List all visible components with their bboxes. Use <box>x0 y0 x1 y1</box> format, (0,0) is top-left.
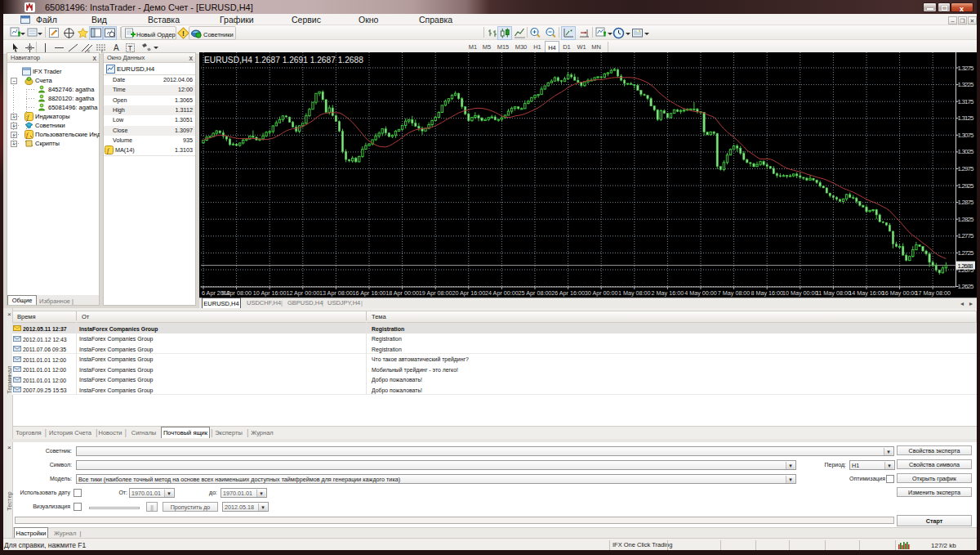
svg-text:10 Apr 16:00: 10 Apr 16:00 <box>253 289 287 297</box>
svg-text:8 May 16:00: 8 May 16:00 <box>751 289 783 297</box>
svg-text:12 Apr 00:00: 12 Apr 00:00 <box>286 289 319 297</box>
svg-text:13 Apr 08:00: 13 Apr 08:00 <box>319 289 353 297</box>
svg-text:11 May 08:00: 11 May 08:00 <box>816 289 851 297</box>
svg-text:14 May 16:00: 14 May 16:00 <box>849 289 884 297</box>
svg-text:1.3275: 1.3275 <box>958 65 975 72</box>
svg-text:4 May 00:00: 4 May 00:00 <box>684 289 717 297</box>
svg-text:16 Apr 16:00: 16 Apr 16:00 <box>353 289 386 297</box>
svg-text:1 May 08:00: 1 May 08:00 <box>618 289 651 297</box>
svg-text:1.2625: 1.2625 <box>958 283 975 290</box>
svg-text:7 May 08:00: 7 May 08:00 <box>718 289 751 297</box>
svg-text:1.2688: 1.2688 <box>958 262 973 270</box>
svg-text:20 Apr 16:00: 20 Apr 16:00 <box>452 289 485 297</box>
svg-text:1.3025: 1.3025 <box>958 148 975 155</box>
svg-text:24 Apr 00:00: 24 Apr 00:00 <box>485 289 519 297</box>
svg-text:1.2725: 1.2725 <box>958 249 975 257</box>
svg-text:10 May 00:00: 10 May 00:00 <box>782 289 818 297</box>
svg-text:1.3125: 1.3125 <box>958 114 975 122</box>
svg-text:2 May 16:00: 2 May 16:00 <box>652 289 684 297</box>
svg-text:1.2975: 1.2975 <box>958 165 975 172</box>
svg-text:1.2825: 1.2825 <box>958 216 975 223</box>
svg-text:26 Apr 16:00: 26 Apr 16:00 <box>551 289 585 297</box>
svg-text:1.2875: 1.2875 <box>958 199 975 206</box>
svg-text:T: T <box>128 44 133 52</box>
svg-text:1.3225: 1.3225 <box>958 81 975 88</box>
svg-text:19 Apr 08:00: 19 Apr 08:00 <box>419 289 452 297</box>
svg-text:9 Apr 08:00: 9 Apr 08:00 <box>221 289 252 297</box>
svg-text:17 May 08:00: 17 May 08:00 <box>915 289 951 297</box>
svg-text:25 Apr 08:00: 25 Apr 08:00 <box>519 289 552 297</box>
svg-text:1.2775: 1.2775 <box>958 232 975 239</box>
svg-text:16 May 00:00: 16 May 00:00 <box>882 289 918 297</box>
svg-text:A: A <box>114 43 119 52</box>
svg-text:1.3075: 1.3075 <box>958 132 975 139</box>
svg-text:!: ! <box>182 29 185 38</box>
svg-text:18 Apr 00:00: 18 Apr 00:00 <box>385 289 419 297</box>
svg-text:30 Apr 00:00: 30 Apr 00:00 <box>585 289 618 297</box>
svg-text:1.3175: 1.3175 <box>958 98 975 105</box>
svg-text:1.2925: 1.2925 <box>958 182 975 190</box>
svg-text:EURUSD,H4 1.2687 1.2691 1.268: EURUSD,H4 1.2687 1.2691 1.2687 1.2688 <box>204 56 363 65</box>
